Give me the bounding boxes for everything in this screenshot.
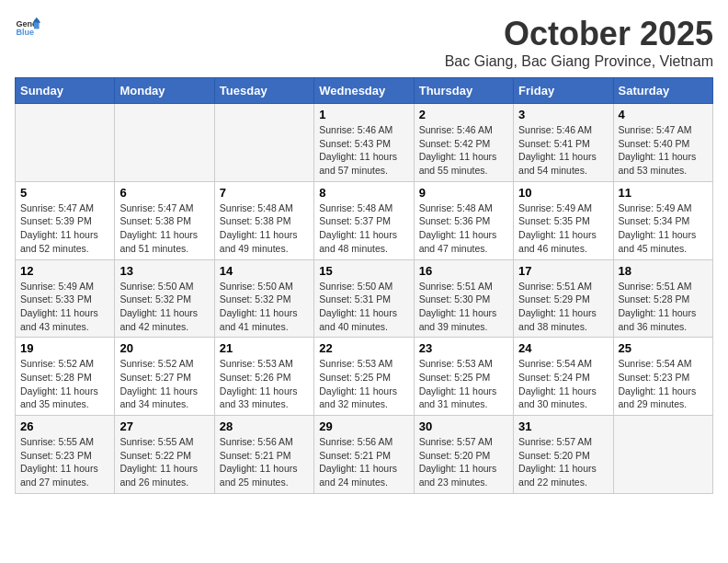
day-cell: 20Sunrise: 5:52 AM Sunset: 5:27 PM Dayli… [115, 338, 214, 416]
day-info: Sunrise: 5:52 AM Sunset: 5:28 PM Dayligh… [20, 357, 109, 411]
day-cell: 26Sunrise: 5:55 AM Sunset: 5:23 PM Dayli… [16, 416, 115, 494]
day-info: Sunrise: 5:49 AM Sunset: 5:35 PM Dayligh… [518, 201, 608, 256]
day-cell: 2Sunrise: 5:46 AM Sunset: 5:42 PM Daylig… [414, 104, 513, 182]
day-info: Sunrise: 5:50 AM Sunset: 5:32 PM Dayligh… [119, 280, 209, 334]
day-number: 18 [619, 264, 708, 278]
day-cell: 1Sunrise: 5:46 AM Sunset: 5:43 PM Daylig… [314, 104, 414, 182]
day-info: Sunrise: 5:57 AM Sunset: 5:20 PM Dayligh… [419, 435, 508, 489]
day-info: Sunrise: 5:50 AM Sunset: 5:32 PM Dayligh… [220, 280, 309, 334]
day-number: 28 [220, 419, 309, 433]
day-cell: 31Sunrise: 5:57 AM Sunset: 5:20 PM Dayli… [514, 416, 613, 494]
location-title: Bac Giang, Bac Giang Province, Vietnam [445, 53, 713, 70]
day-info: Sunrise: 5:51 AM Sunset: 5:28 PM Dayligh… [619, 280, 708, 334]
day-info: Sunrise: 5:48 AM Sunset: 5:37 PM Dayligh… [319, 201, 408, 256]
day-cell: 10Sunrise: 5:49 AM Sunset: 5:35 PM Dayli… [514, 181, 613, 259]
day-cell: 28Sunrise: 5:56 AM Sunset: 5:21 PM Dayli… [214, 416, 313, 494]
day-number: 30 [419, 419, 508, 433]
day-cell: 19Sunrise: 5:52 AM Sunset: 5:28 PM Dayli… [16, 338, 115, 416]
day-info: Sunrise: 5:49 AM Sunset: 5:33 PM Dayligh… [20, 280, 109, 334]
day-cell [613, 416, 712, 494]
day-info: Sunrise: 5:53 AM Sunset: 5:25 PM Dayligh… [319, 357, 408, 411]
day-cell: 22Sunrise: 5:53 AM Sunset: 5:25 PM Dayli… [314, 338, 414, 416]
title-area: October 2025 Bac Giang, Bac Giang Provin… [445, 15, 713, 70]
day-info: Sunrise: 5:47 AM Sunset: 5:40 PM Dayligh… [619, 123, 708, 178]
header-cell-sunday: Sunday [16, 78, 115, 104]
day-info: Sunrise: 5:53 AM Sunset: 5:25 PM Dayligh… [419, 357, 508, 411]
day-number: 16 [419, 264, 508, 278]
day-info: Sunrise: 5:46 AM Sunset: 5:42 PM Dayligh… [419, 123, 508, 178]
day-cell: 25Sunrise: 5:54 AM Sunset: 5:23 PM Dayli… [613, 338, 712, 416]
day-cell: 7Sunrise: 5:48 AM Sunset: 5:38 PM Daylig… [214, 181, 313, 259]
week-row-1: 5Sunrise: 5:47 AM Sunset: 5:39 PM Daylig… [16, 181, 713, 259]
day-info: Sunrise: 5:55 AM Sunset: 5:22 PM Dayligh… [119, 435, 209, 489]
day-cell: 3Sunrise: 5:46 AM Sunset: 5:41 PM Daylig… [514, 104, 613, 182]
day-number: 29 [319, 419, 408, 433]
week-row-0: 1Sunrise: 5:46 AM Sunset: 5:43 PM Daylig… [16, 104, 713, 182]
day-cell: 5Sunrise: 5:47 AM Sunset: 5:39 PM Daylig… [16, 181, 115, 259]
header-cell-saturday: Saturday [613, 78, 712, 104]
header-row: SundayMondayTuesdayWednesdayThursdayFrid… [16, 78, 713, 104]
day-number: 2 [419, 108, 508, 121]
page-header: General Blue October 2025 Bac Giang, Bac… [15, 15, 713, 70]
day-cell: 17Sunrise: 5:51 AM Sunset: 5:29 PM Dayli… [514, 259, 613, 338]
day-info: Sunrise: 5:51 AM Sunset: 5:30 PM Dayligh… [419, 280, 508, 334]
week-row-3: 19Sunrise: 5:52 AM Sunset: 5:28 PM Dayli… [16, 338, 713, 416]
day-cell: 15Sunrise: 5:50 AM Sunset: 5:31 PM Dayli… [314, 259, 414, 338]
day-number: 8 [319, 186, 408, 200]
day-cell: 29Sunrise: 5:56 AM Sunset: 5:21 PM Dayli… [314, 416, 414, 494]
day-cell: 27Sunrise: 5:55 AM Sunset: 5:22 PM Dayli… [115, 416, 214, 494]
day-number: 5 [20, 186, 109, 200]
day-number: 26 [20, 419, 109, 433]
day-info: Sunrise: 5:48 AM Sunset: 5:36 PM Dayligh… [419, 201, 508, 256]
header-cell-thursday: Thursday [414, 78, 513, 104]
day-info: Sunrise: 5:53 AM Sunset: 5:26 PM Dayligh… [220, 357, 309, 411]
svg-text:Blue: Blue [16, 28, 34, 37]
calendar-body: 1Sunrise: 5:46 AM Sunset: 5:43 PM Daylig… [16, 104, 713, 494]
day-info: Sunrise: 5:51 AM Sunset: 5:29 PM Dayligh… [518, 280, 608, 334]
day-cell: 4Sunrise: 5:47 AM Sunset: 5:40 PM Daylig… [613, 104, 712, 182]
day-info: Sunrise: 5:54 AM Sunset: 5:23 PM Dayligh… [619, 357, 708, 411]
day-number: 15 [319, 264, 408, 278]
header-cell-monday: Monday [115, 78, 214, 104]
day-cell [214, 104, 313, 182]
day-info: Sunrise: 5:46 AM Sunset: 5:41 PM Dayligh… [518, 123, 608, 178]
day-cell: 13Sunrise: 5:50 AM Sunset: 5:32 PM Dayli… [115, 259, 214, 338]
day-number: 20 [119, 341, 209, 355]
header-cell-tuesday: Tuesday [214, 78, 313, 104]
day-number: 17 [518, 264, 608, 278]
day-number: 13 [119, 264, 209, 278]
day-cell: 12Sunrise: 5:49 AM Sunset: 5:33 PM Dayli… [16, 259, 115, 338]
day-cell: 24Sunrise: 5:54 AM Sunset: 5:24 PM Dayli… [514, 338, 613, 416]
week-row-2: 12Sunrise: 5:49 AM Sunset: 5:33 PM Dayli… [16, 259, 713, 338]
day-cell [115, 104, 214, 182]
day-info: Sunrise: 5:57 AM Sunset: 5:20 PM Dayligh… [518, 435, 608, 489]
week-row-4: 26Sunrise: 5:55 AM Sunset: 5:23 PM Dayli… [16, 416, 713, 494]
day-number: 31 [518, 419, 608, 433]
logo: General Blue [15, 15, 40, 40]
day-number: 21 [220, 341, 309, 355]
day-cell: 11Sunrise: 5:49 AM Sunset: 5:34 PM Dayli… [613, 181, 712, 259]
day-number: 3 [518, 108, 608, 121]
day-info: Sunrise: 5:56 AM Sunset: 5:21 PM Dayligh… [220, 435, 309, 489]
day-number: 14 [220, 264, 309, 278]
day-number: 9 [419, 186, 508, 200]
day-number: 6 [119, 186, 209, 200]
day-info: Sunrise: 5:47 AM Sunset: 5:39 PM Dayligh… [20, 201, 109, 256]
day-cell: 18Sunrise: 5:51 AM Sunset: 5:28 PM Dayli… [613, 259, 712, 338]
day-number: 1 [319, 108, 408, 121]
day-number: 12 [20, 264, 109, 278]
day-number: 27 [119, 419, 209, 433]
day-cell: 9Sunrise: 5:48 AM Sunset: 5:36 PM Daylig… [414, 181, 513, 259]
header-cell-friday: Friday [514, 78, 613, 104]
day-number: 19 [20, 341, 109, 355]
day-cell: 30Sunrise: 5:57 AM Sunset: 5:20 PM Dayli… [414, 416, 513, 494]
day-number: 11 [619, 186, 708, 200]
day-cell: 16Sunrise: 5:51 AM Sunset: 5:30 PM Dayli… [414, 259, 513, 338]
day-info: Sunrise: 5:49 AM Sunset: 5:34 PM Dayligh… [619, 201, 708, 256]
day-info: Sunrise: 5:55 AM Sunset: 5:23 PM Dayligh… [20, 435, 109, 489]
header-cell-wednesday: Wednesday [314, 78, 414, 104]
month-title: October 2025 [445, 15, 713, 53]
day-cell: 23Sunrise: 5:53 AM Sunset: 5:25 PM Dayli… [414, 338, 513, 416]
day-number: 10 [518, 186, 608, 200]
day-number: 24 [518, 341, 608, 355]
